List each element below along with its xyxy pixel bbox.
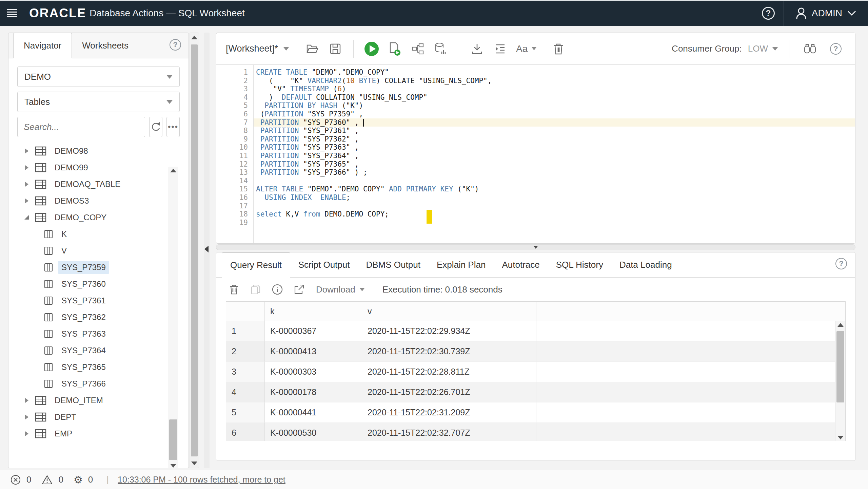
caret-collapsed-icon[interactable]	[22, 198, 31, 204]
data-cell[interactable]: 2020-11-15T22:02:32.707Z	[362, 423, 536, 441]
tree-item-demo99[interactable]: DEMO99	[17, 159, 180, 176]
topbar-help-button[interactable]: ?	[753, 1, 784, 26]
more-options-button[interactable]: •••	[166, 117, 180, 137]
code-line-17[interactable]	[254, 202, 855, 210]
scrollbar-thumb[interactable]	[191, 44, 198, 456]
caret-collapsed-icon[interactable]	[22, 414, 31, 420]
format-button[interactable]	[490, 39, 510, 59]
tab-dbms-output[interactable]: DBMS Output	[358, 252, 428, 277]
data-cell[interactable]: K-00000413	[265, 341, 362, 362]
data-cell[interactable]: K-00000178	[265, 382, 362, 402]
scroll-down-icon[interactable]	[835, 436, 845, 439]
data-cell[interactable]: 2020-11-15T22:02:31.209Z	[362, 402, 536, 423]
discard-results-button[interactable]	[224, 280, 243, 299]
caret-expanded-icon[interactable]	[22, 214, 31, 221]
run-script-button[interactable]	[385, 39, 405, 59]
object-type-select[interactable]: Tables	[17, 92, 180, 112]
row-number-cell[interactable]: 2	[226, 341, 265, 362]
data-cell[interactable]: K-00000303	[265, 362, 362, 382]
sql-editor[interactable]: 12345678910111213141516171819 CREATE TAB…	[216, 65, 855, 243]
find-button[interactable]	[800, 39, 820, 59]
scroll-up-icon[interactable]	[168, 169, 178, 172]
caret-collapsed-icon[interactable]	[22, 148, 31, 154]
table-row[interactable]: 1K-000003672020-11-15T22:02:29.934Z	[226, 321, 845, 341]
code-line-3[interactable]: "V" TIMESTAMP (6)	[254, 85, 855, 93]
data-cell[interactable]: 2020-11-15T22:02:26.701Z	[362, 382, 536, 402]
table-row[interactable]: 5K-000004412020-11-15T22:02:31.209Z	[226, 402, 845, 423]
results-help-icon[interactable]: ?	[835, 258, 847, 269]
code-line-14[interactable]	[254, 177, 855, 185]
tree-item-sys_p7362[interactable]: SYS_P7362	[17, 309, 180, 325]
grid-header-v[interactable]: v	[362, 302, 536, 321]
code-line-1[interactable]: CREATE TABLE "DEMO"."DEMO_COPY"	[254, 68, 855, 77]
panel-scrollbar[interactable]	[190, 33, 199, 468]
table-row[interactable]: 6K-000005302020-11-15T22:02:32.707Z	[226, 423, 845, 441]
fetch-status-link[interactable]: 10:33:06 PM - 100 rows fetched, more to …	[118, 475, 285, 485]
tab-worksheets[interactable]: Worksheets	[72, 33, 139, 58]
code-line-8[interactable]: PARTITION "SYS_P7361" ,	[254, 127, 855, 135]
code-area[interactable]: CREATE TABLE "DEMO"."DEMO_COPY" ( "K" VA…	[254, 65, 855, 243]
data-cell[interactable]: 2020-11-15T22:02:30.739Z	[362, 341, 536, 362]
tree-item-sys_p7364[interactable]: SYS_P7364	[17, 342, 180, 359]
tab-data-loading[interactable]: Data Loading	[611, 252, 680, 277]
code-line-2[interactable]: ( "K" VARCHAR2(10 BYTE) COLLATE "USING_N…	[254, 77, 855, 85]
clear-worksheet-button[interactable]	[549, 39, 568, 59]
search-input[interactable]	[17, 117, 145, 137]
scrollbar-thumb[interactable]	[169, 419, 177, 460]
data-cell[interactable]: K-00000367	[265, 321, 362, 341]
worksheet-selector[interactable]: [Worksheet]*	[226, 43, 289, 54]
tab-navigator[interactable]: Navigator	[13, 33, 72, 58]
code-line-7[interactable]: PARTITION "SYS_P7360" ,	[254, 118, 855, 127]
open-worksheet-button[interactable]	[302, 39, 322, 59]
tree-item-demos3[interactable]: DEMOS3	[17, 192, 180, 209]
editor-results-splitter[interactable]	[216, 244, 855, 250]
caret-collapsed-icon[interactable]	[22, 397, 31, 404]
tree-item-dept[interactable]: DEPT	[17, 409, 180, 425]
download-results-button[interactable]: Download	[316, 284, 365, 295]
scroll-down-icon[interactable]	[190, 462, 199, 465]
scroll-up-icon[interactable]	[835, 323, 845, 327]
grid-scrollbar[interactable]	[835, 321, 845, 441]
grid-header-k[interactable]: k	[265, 302, 362, 321]
row-number-cell[interactable]: 5	[226, 402, 265, 423]
data-cell[interactable]: K-00000530	[265, 423, 362, 441]
row-number-cell[interactable]: 6	[226, 423, 265, 441]
row-number-cell[interactable]: 3	[226, 362, 265, 382]
table-row[interactable]: 2K-000004132020-11-15T22:02:30.739Z	[226, 341, 845, 362]
explain-plan-button[interactable]	[408, 39, 428, 59]
code-line-19[interactable]	[254, 219, 855, 227]
save-button[interactable]	[326, 39, 345, 59]
code-line-4[interactable]: ) DEFAULT COLLATION "USING_NLS_COMP"	[254, 93, 855, 102]
scroll-down-icon[interactable]	[168, 464, 178, 468]
schema-select[interactable]: DEMO	[17, 67, 180, 87]
code-line-12[interactable]: PARTITION "SYS_P7365" ,	[254, 160, 855, 169]
tree-item-demo98[interactable]: DEMO98	[17, 143, 180, 159]
tree-item-k[interactable]: K	[17, 226, 180, 242]
data-cell[interactable]: 2020-11-15T22:02:29.934Z	[362, 321, 536, 341]
data-cell[interactable]: 2020-11-15T22:02:28.811Z	[362, 362, 536, 382]
tab-autotrace[interactable]: Autotrace	[494, 252, 548, 277]
caret-collapsed-icon[interactable]	[22, 181, 31, 188]
autotrace-button[interactable]	[431, 39, 451, 59]
row-number-cell[interactable]: 4	[226, 382, 265, 402]
menu-icon[interactable]	[0, 8, 24, 19]
tree-item-sys_p7360[interactable]: SYS_P7360	[17, 276, 180, 292]
data-cell[interactable]: K-00000441	[265, 402, 362, 423]
tree-item-demoaq_table[interactable]: DEMOAQ_TABLE	[17, 176, 180, 192]
tree-item-sys_p7359[interactable]: SYS_P7359	[17, 259, 180, 276]
code-line-13[interactable]: PARTITION "SYS_P7366" ) ;	[254, 168, 855, 177]
tree-item-v[interactable]: V	[17, 242, 180, 259]
user-menu-button[interactable]: ADMIN	[784, 1, 868, 26]
tree-item-emp[interactable]: EMP	[17, 425, 180, 442]
open-in-new-window-button[interactable]	[290, 280, 309, 299]
copy-results-button[interactable]	[246, 280, 265, 299]
tab-query-result[interactable]: Query Result	[222, 252, 290, 278]
refresh-button[interactable]	[149, 117, 162, 137]
table-row[interactable]: 3K-000003032020-11-15T22:02:28.811Z	[226, 362, 845, 382]
tree-item-sys_p7361[interactable]: SYS_P7361	[17, 292, 180, 309]
code-line-5[interactable]: PARTITION BY HASH ("K")	[254, 101, 855, 110]
tree-item-sys_p7365[interactable]: SYS_P7365	[17, 359, 180, 375]
tab-sql-history[interactable]: SQL History	[548, 252, 611, 277]
code-line-9[interactable]: PARTITION "SYS_P7362" ,	[254, 135, 855, 144]
code-line-15[interactable]: ALTER TABLE "DEMO"."DEMO_COPY" ADD PRIMA…	[254, 185, 855, 193]
